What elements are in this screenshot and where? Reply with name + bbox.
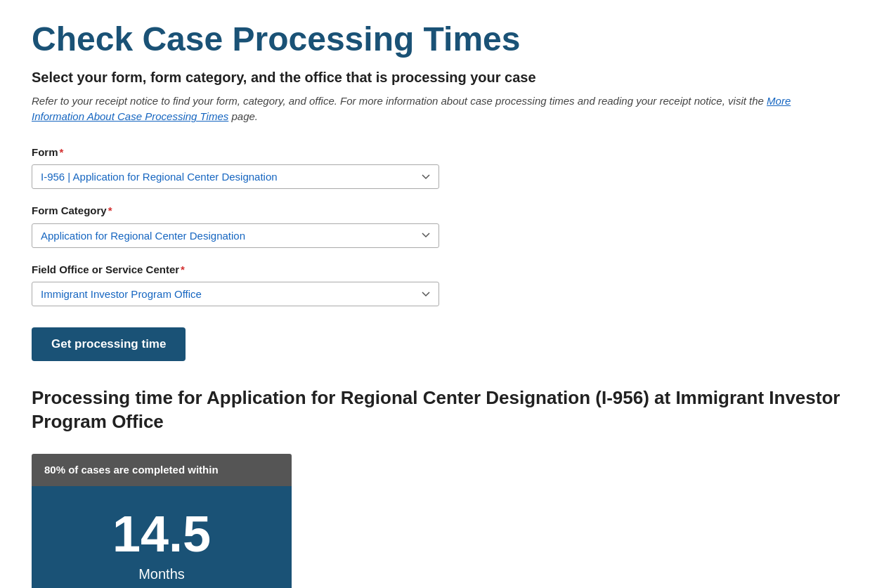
form-group-form: Form* I-956 | Application for Regional C… (32, 145, 845, 190)
results-title: Processing time for Application for Regi… (32, 386, 845, 434)
card-body: 14.5 Months (32, 486, 292, 588)
processing-card: 80% of cases are completed within 14.5 M… (32, 454, 292, 588)
form-category-label: Form Category* (32, 203, 845, 219)
card-header: 80% of cases are completed within (32, 454, 292, 487)
required-star-office: * (181, 263, 185, 275)
field-office-select[interactable]: Immigrant Investor Program Office (32, 282, 439, 306)
required-star-category: * (108, 204, 112, 216)
form-label: Form* (32, 145, 845, 161)
card-number: 14.5 (46, 509, 278, 559)
form-group-office: Field Office or Service Center* Immigran… (32, 262, 845, 307)
page-title: Check Case Processing Times (32, 21, 845, 58)
get-processing-time-button[interactable]: Get processing time (32, 327, 186, 361)
page-container: Check Case Processing Times Select your … (0, 0, 877, 588)
form-group-category: Form Category* Application for Regional … (32, 203, 845, 248)
form-select[interactable]: I-956 | Application for Regional Center … (32, 164, 439, 189)
page-description: Refer to your receipt notice to find you… (32, 93, 845, 125)
form-category-select[interactable]: Application for Regional Center Designat… (32, 223, 439, 248)
description-text: Refer to your receipt notice to find you… (32, 95, 767, 107)
page-subtitle: Select your form, form category, and the… (32, 67, 845, 88)
card-unit: Months (46, 563, 278, 584)
required-star-form: * (60, 146, 64, 158)
description-suffix: page. (228, 110, 258, 122)
field-office-label: Field Office or Service Center* (32, 262, 845, 278)
